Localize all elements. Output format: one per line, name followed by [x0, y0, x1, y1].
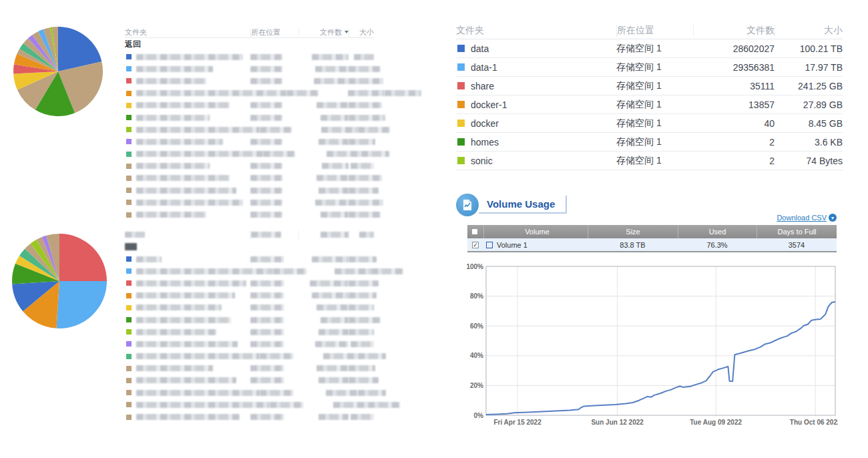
folder-size: 3.6 KB	[775, 137, 843, 148]
table-row[interactable]	[125, 184, 374, 196]
size-cell	[349, 66, 381, 72]
count-cell	[298, 200, 349, 206]
folder-cell	[125, 256, 250, 262]
table-row[interactable]	[125, 326, 374, 338]
table-row[interactable]	[125, 363, 374, 375]
table-row[interactable]	[125, 411, 374, 423]
table-row[interactable]	[125, 160, 374, 172]
table-row[interactable]	[125, 314, 374, 326]
column-header-count[interactable]: 文件数	[693, 25, 775, 37]
download-arrow-icon[interactable]: ▼	[829, 214, 837, 222]
redacted-count	[318, 329, 349, 335]
table-row[interactable]	[125, 351, 374, 363]
table-row[interactable]	[125, 148, 374, 160]
folder-cell	[125, 317, 250, 323]
table-row[interactable]	[125, 302, 374, 314]
table-row[interactable]: sonic存储空间 1274 Bytes	[456, 152, 843, 170]
size-cell	[349, 256, 377, 262]
volume-checkbox[interactable]: ✓	[472, 242, 479, 248]
folder-name: homes	[471, 137, 499, 148]
size-cell	[349, 115, 385, 121]
redacted-folder-name	[136, 66, 213, 72]
x-axis-label: Tue Aug 09 2022	[690, 419, 742, 426]
folder-color-marker	[126, 354, 132, 359]
redacted-count	[320, 212, 349, 218]
back-row-redacted[interactable]	[125, 240, 374, 253]
table-row[interactable]: data-1存储空间 12935638117.97 TB	[456, 58, 843, 77]
table-row[interactable]	[125, 63, 374, 75]
column-header-used[interactable]: Used	[678, 225, 756, 238]
redacted-size	[349, 175, 382, 181]
column-header-count-label: 文件数	[320, 27, 342, 37]
table-row[interactable]	[125, 196, 374, 208]
redacted-size	[371, 268, 403, 274]
column-header-volume[interactable]: Volume	[483, 225, 588, 238]
column-header-folder[interactable]: 文件夹	[456, 25, 616, 37]
table-row[interactable]	[125, 75, 374, 87]
table-body	[125, 253, 374, 423]
redacted-count	[312, 292, 349, 298]
table-row[interactable]: data存储空间 128602027100.21 TB	[456, 39, 843, 58]
table-row[interactable]	[125, 265, 374, 277]
download-csv-link[interactable]: Download CSV	[777, 214, 827, 222]
redacted-count	[316, 175, 349, 181]
volume-name: Volume 1	[497, 241, 527, 249]
table-row[interactable]	[125, 253, 374, 265]
table-row[interactable]	[125, 338, 374, 350]
size-cell	[349, 163, 374, 169]
folder-location: 存储空间 1	[616, 43, 693, 55]
column-header-location[interactable]: 所在位置	[616, 25, 693, 37]
redacted-count	[335, 268, 371, 274]
table-row[interactable]	[125, 87, 374, 99]
table-row[interactable]	[125, 375, 374, 387]
column-header-size[interactable]: Size	[588, 225, 678, 238]
volume-row[interactable]: ✓ Volume 1 83.8 TB 76.3% 3574	[467, 238, 837, 252]
table-row[interactable]	[125, 172, 374, 184]
table-row[interactable]: docker-1存储空间 11385727.89 GB	[456, 95, 843, 114]
column-header-size[interactable]: 大小	[349, 28, 374, 37]
redacted-location	[263, 151, 295, 157]
folder-color-marker	[457, 82, 465, 89]
redacted-header	[125, 232, 145, 238]
redacted-size	[351, 414, 374, 420]
y-axis-label: 40%	[470, 352, 483, 359]
count-cell	[298, 163, 349, 169]
table-row[interactable]: homes存储空间 123.6 KB	[456, 133, 843, 152]
folder-color-marker	[126, 329, 132, 334]
folder-color-marker	[457, 45, 465, 52]
folder-color-marker	[126, 390, 132, 395]
storage-analyzer-screenshot: 文件夹 所在位置 文件数 大小 返回 文件夹 所在位置 文件数	[0, 0, 868, 458]
column-header-size[interactable]: 大小	[775, 25, 843, 37]
select-all-checkbox[interactable]	[467, 225, 482, 238]
folder-cell	[125, 280, 250, 286]
table-row[interactable]	[125, 111, 374, 124]
table-row[interactable]	[125, 51, 374, 63]
column-header-count[interactable]: 文件数	[298, 28, 349, 37]
table-row[interactable]	[125, 277, 374, 289]
folder-size: 74 Bytes	[775, 156, 843, 166]
size-cell	[349, 377, 379, 383]
back-row[interactable]: 返回	[125, 38, 374, 51]
table-row[interactable]	[125, 99, 374, 111]
folder-color-marker	[126, 115, 132, 120]
table-row[interactable]	[125, 136, 374, 148]
column-header-days-to-full[interactable]: Days to Full	[756, 225, 837, 238]
table-row[interactable]: docker存储空间 1408.45 GB	[456, 114, 843, 133]
table-row[interactable]	[125, 387, 374, 399]
table-row[interactable]	[125, 124, 374, 136]
table-row[interactable]: share存储空间 135111241.25 GB	[456, 77, 843, 95]
folder-color-marker	[126, 200, 132, 205]
redacted-size	[349, 139, 375, 145]
redacted-folder-name	[136, 353, 260, 359]
redacted-count	[323, 353, 358, 359]
table-row[interactable]	[125, 399, 374, 411]
folder-size: 27.89 GB	[775, 99, 843, 110]
column-header-folder[interactable]: 文件夹	[125, 27, 250, 37]
table-row[interactable]	[125, 290, 374, 302]
folder-color-marker	[126, 127, 132, 132]
redacted-folder-name	[136, 188, 236, 194]
column-header-location[interactable]: 所在位置	[250, 28, 298, 37]
folder-color-marker	[126, 66, 132, 71]
redacted-count	[316, 102, 349, 108]
table-row[interactable]	[125, 208, 374, 220]
